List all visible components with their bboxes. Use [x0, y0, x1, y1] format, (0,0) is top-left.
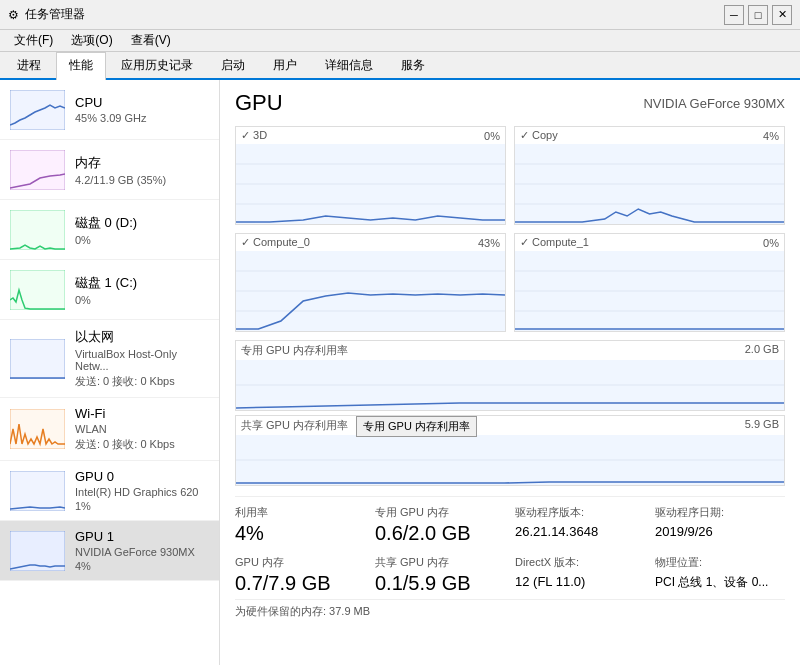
disk0-title: 磁盘 0 (D:)	[75, 214, 209, 232]
tab-startup[interactable]: 启动	[208, 52, 258, 78]
dedicated-memory-label: 专用 GPU 内存利用率	[241, 343, 348, 358]
memory-sub: 4.2/11.9 GB (35%)	[75, 174, 209, 186]
cpu-title: CPU	[75, 95, 209, 110]
sidebar: CPU 45% 3.09 GHz 内存 4.2/11.9 GB (35%)	[0, 80, 220, 665]
dedicated-memory-body	[236, 360, 784, 410]
chart-compute0: ✓ Compute_0 43%	[235, 233, 506, 332]
stat-driver-date-label: 驱动程序日期:	[655, 505, 785, 520]
gpu0-info: GPU 0 Intel(R) HD Graphics 620 1%	[75, 469, 209, 512]
sidebar-item-disk0[interactable]: 磁盘 0 (D:) 0%	[0, 200, 219, 260]
minimize-button[interactable]: ─	[724, 5, 744, 25]
stat-physical-loc: 物理位置: PCI 总线 1、设备 0...	[655, 555, 785, 595]
menu-file[interactable]: 文件(F)	[6, 30, 61, 51]
chart-compute1-header: ✓ Compute_1 0%	[515, 234, 784, 251]
panel-header: GPU NVIDIA GeForce 930MX	[235, 90, 785, 116]
gpu1-graph	[10, 531, 65, 571]
memory-info: 内存 4.2/11.9 GB (35%)	[75, 154, 209, 186]
chart-compute0-percent: 43%	[478, 237, 500, 249]
shared-memory-label: 共享 GPU 内存利用率	[241, 418, 348, 433]
chart-compute0-label: ✓ Compute_0	[241, 236, 310, 249]
ethernet-info: 以太网 VirtualBox Host-Only Netw... 发送: 0 接…	[75, 328, 209, 389]
stat-driver-ver-value: 26.21.14.3648	[515, 524, 645, 539]
title-bar: ⚙ 任务管理器 ─ □ ✕	[0, 0, 800, 30]
disk0-sub: 0%	[75, 234, 209, 246]
stat-gpu-mem-value: 0.7/7.9 GB	[235, 572, 365, 595]
sidebar-item-wifi[interactable]: Wi-Fi WLAN 发送: 0 接收: 0 Kbps	[0, 398, 219, 461]
stat-dedicated-mem-label: 专用 GPU 内存	[375, 505, 505, 520]
panel-subtitle: NVIDIA GeForce 930MX	[643, 96, 785, 111]
ethernet-graph	[10, 339, 65, 379]
wifi-info: Wi-Fi WLAN 发送: 0 接收: 0 Kbps	[75, 406, 209, 452]
stat-utilization-value: 4%	[235, 522, 365, 545]
dedicated-memory-header: 专用 GPU 内存利用率 2.0 GB	[236, 341, 784, 360]
memory-tooltip: 专用 GPU 内存利用率	[356, 416, 477, 437]
menu-view[interactable]: 查看(V)	[123, 30, 179, 51]
menu-bar: 文件(F) 选项(O) 查看(V)	[0, 30, 800, 52]
chart-compute1-label: ✓ Compute_1	[520, 236, 589, 249]
title-bar-controls: ─ □ ✕	[724, 5, 792, 25]
sidebar-item-memory[interactable]: 内存 4.2/11.9 GB (35%)	[0, 140, 219, 200]
stat-shared-mem-value: 0.1/5.9 GB	[375, 572, 505, 595]
stats-grid: 利用率 4% 专用 GPU 内存 0.6/2.0 GB 驱动程序版本: 26.2…	[235, 496, 785, 595]
chart-copy: ✓ Copy 4%	[514, 126, 785, 225]
ethernet-sub1: VirtualBox Host-Only Netw...	[75, 348, 209, 372]
stat-utilization: 利用率 4%	[235, 505, 365, 545]
sidebar-item-ethernet[interactable]: 以太网 VirtualBox Host-Only Netw... 发送: 0 接…	[0, 320, 219, 398]
stat-dedicated-mem-value: 0.6/2.0 GB	[375, 522, 505, 545]
svg-rect-0	[10, 90, 65, 130]
menu-options[interactable]: 选项(O)	[63, 30, 120, 51]
cpu-sub: 45% 3.09 GHz	[75, 112, 209, 124]
extra-detail-text: 为硬件保留的内存: 37.9 MB	[235, 605, 370, 617]
stat-directx-value: 12 (FL 11.0)	[515, 574, 645, 589]
memory-title: 内存	[75, 154, 209, 172]
stat-directx: DirectX 版本: 12 (FL 11.0)	[515, 555, 645, 595]
ethernet-sub2: 发送: 0 接收: 0 Kbps	[75, 374, 209, 389]
sidebar-item-disk1[interactable]: 磁盘 1 (C:) 0%	[0, 260, 219, 320]
gpu1-title: GPU 1	[75, 529, 209, 544]
chart-compute0-header: ✓ Compute_0 43%	[236, 234, 505, 251]
svg-rect-2	[10, 210, 65, 250]
gpu0-sub1: Intel(R) HD Graphics 620	[75, 486, 209, 498]
wifi-sub2: 发送: 0 接收: 0 Kbps	[75, 437, 209, 452]
stat-driver-date-value: 2019/9/26	[655, 524, 785, 539]
stat-directx-label: DirectX 版本:	[515, 555, 645, 570]
close-button[interactable]: ✕	[772, 5, 792, 25]
chart-3d-body	[236, 144, 505, 224]
tab-performance[interactable]: 性能	[56, 52, 106, 80]
app-icon: ⚙	[8, 8, 19, 22]
stat-shared-mem-label: 共享 GPU 内存	[375, 555, 505, 570]
disk0-info: 磁盘 0 (D:) 0%	[75, 214, 209, 246]
shared-memory-max: 5.9 GB	[745, 418, 779, 433]
wifi-sub1: WLAN	[75, 423, 209, 435]
chart-copy-header: ✓ Copy 4%	[515, 127, 784, 144]
sidebar-item-gpu1[interactable]: GPU 1 NVIDIA GeForce 930MX 4%	[0, 521, 219, 581]
tab-bar: 进程 性能 应用历史记录 启动 用户 详细信息 服务	[0, 52, 800, 80]
sidebar-item-cpu[interactable]: CPU 45% 3.09 GHz	[0, 80, 219, 140]
chart-3d-percent: 0%	[484, 130, 500, 142]
right-panel: GPU NVIDIA GeForce 930MX ✓ 3D 0%	[220, 80, 800, 665]
stat-driver-ver-label: 驱动程序版本:	[515, 505, 645, 520]
chart-3d-header: ✓ 3D 0%	[236, 127, 505, 144]
maximize-button[interactable]: □	[748, 5, 768, 25]
tab-users[interactable]: 用户	[260, 52, 310, 78]
tab-services[interactable]: 服务	[388, 52, 438, 78]
gpu0-sub2: 1%	[75, 500, 209, 512]
tab-processes[interactable]: 进程	[4, 52, 54, 78]
stat-physical-loc-value: PCI 总线 1、设备 0...	[655, 574, 785, 591]
chart-compute1-body	[515, 251, 784, 331]
chart-copy-percent: 4%	[763, 130, 779, 142]
chart-compute1: ✓ Compute_1 0%	[514, 233, 785, 332]
stat-physical-loc-label: 物理位置:	[655, 555, 785, 570]
sidebar-item-gpu0[interactable]: GPU 0 Intel(R) HD Graphics 620 1%	[0, 461, 219, 521]
disk1-sub: 0%	[75, 294, 209, 306]
stat-driver-ver: 驱动程序版本: 26.21.14.3648	[515, 505, 645, 545]
stat-dedicated-mem: 专用 GPU 内存 0.6/2.0 GB	[375, 505, 505, 545]
stat-gpu-mem: GPU 内存 0.7/7.9 GB	[235, 555, 365, 595]
stat-gpu-mem-label: GPU 内存	[235, 555, 365, 570]
gpu0-title: GPU 0	[75, 469, 209, 484]
tab-app-history[interactable]: 应用历史记录	[108, 52, 206, 78]
gpu1-sub2: 4%	[75, 560, 209, 572]
chart-copy-body	[515, 144, 784, 224]
title-bar-left: ⚙ 任务管理器	[8, 6, 85, 23]
tab-details[interactable]: 详细信息	[312, 52, 386, 78]
